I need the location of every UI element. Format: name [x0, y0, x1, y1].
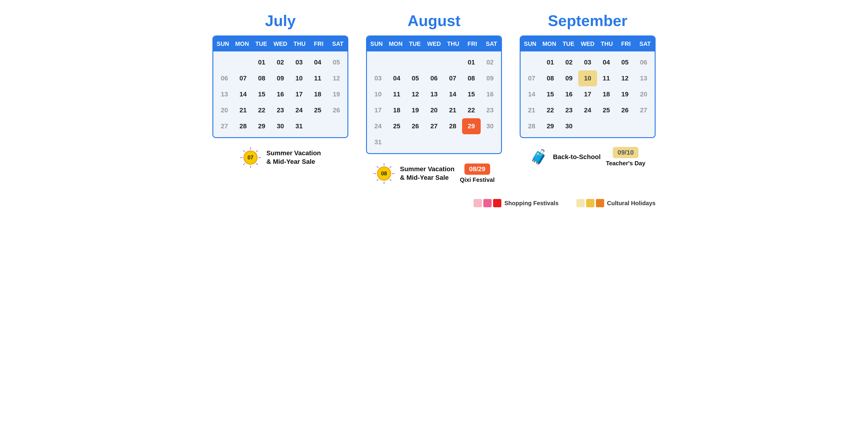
cal-cell[interactable]: 10	[290, 70, 308, 86]
cal-cell[interactable]: 02	[271, 54, 289, 70]
cal-cell[interactable]: 25	[597, 102, 616, 118]
cal-cell[interactable]: 19	[327, 86, 346, 102]
cal-cell[interactable]: 23	[271, 102, 289, 118]
cal-cell[interactable]: 09	[481, 70, 499, 86]
cal-cell[interactable]	[443, 134, 462, 150]
cal-cell[interactable]: 20	[634, 86, 653, 102]
cal-cell[interactable]: 08	[252, 70, 271, 86]
cal-cell[interactable]: 03	[369, 70, 387, 86]
cal-cell[interactable]: 20	[425, 102, 443, 118]
cal-cell[interactable]: 04	[308, 54, 327, 70]
cal-cell[interactable]	[308, 118, 327, 134]
cal-cell[interactable]: 30	[560, 118, 578, 134]
cal-cell[interactable]: 06	[634, 54, 653, 70]
cal-cell[interactable]	[425, 134, 443, 150]
cal-cell[interactable]: 10	[369, 86, 387, 102]
cal-cell[interactable]: 12	[406, 86, 425, 102]
cal-cell[interactable]: 22	[252, 102, 271, 118]
cal-cell[interactable]: 15	[462, 86, 481, 102]
cal-cell[interactable]: 24	[369, 118, 387, 134]
cal-cell[interactable]: 15	[541, 86, 560, 102]
cal-cell[interactable]: 02	[481, 54, 499, 70]
cal-cell[interactable]: 06	[215, 70, 234, 86]
cal-cell[interactable]: 01	[462, 54, 481, 70]
cal-cell[interactable]: 12	[327, 70, 346, 86]
cal-cell[interactable]: 13	[634, 70, 653, 86]
cal-cell[interactable]: 18	[597, 86, 616, 102]
cal-cell[interactable]: 12	[616, 70, 634, 86]
cal-cell[interactable]: 24	[578, 102, 597, 118]
cal-cell[interactable]: 19	[406, 102, 425, 118]
cal-cell[interactable]: 16	[271, 86, 289, 102]
cal-cell[interactable]: 05	[327, 54, 346, 70]
cal-cell[interactable]: 05	[616, 54, 634, 70]
cal-cell[interactable]	[578, 118, 597, 134]
cal-cell[interactable]: 04	[387, 70, 406, 86]
cal-cell[interactable]: 31	[290, 118, 308, 134]
cal-cell[interactable]: 07	[234, 70, 252, 86]
cal-cell[interactable]: 17	[369, 102, 387, 118]
cal-cell[interactable]: 26	[616, 102, 634, 118]
cal-cell[interactable]: 22	[462, 102, 481, 118]
cal-cell[interactable]: 28	[443, 118, 462, 134]
cal-cell[interactable]: 18	[308, 86, 327, 102]
cal-cell[interactable]: 22	[541, 102, 560, 118]
cal-cell[interactable]	[481, 134, 499, 150]
cal-cell[interactable]: 30	[271, 118, 289, 134]
cal-cell[interactable]	[462, 134, 481, 150]
cal-cell[interactable]	[327, 118, 346, 134]
cal-cell[interactable]: 21	[234, 102, 252, 118]
cal-cell[interactable]: 30	[481, 118, 499, 134]
cal-cell[interactable]: 03	[578, 54, 597, 70]
cal-cell[interactable]	[616, 118, 634, 134]
cal-cell[interactable]: 16	[481, 86, 499, 102]
cal-cell[interactable]	[215, 54, 234, 70]
cal-cell[interactable]: 11	[597, 70, 616, 86]
cal-cell[interactable]: 28	[522, 118, 541, 134]
cal-cell[interactable]: 13	[425, 86, 443, 102]
cal-cell[interactable]: 08	[541, 70, 560, 86]
cal-cell[interactable]: 29	[541, 118, 560, 134]
cal-cell[interactable]: 09	[271, 70, 289, 86]
cal-cell[interactable]: 18	[387, 102, 406, 118]
cal-cell[interactable]: 14	[522, 86, 541, 102]
cal-cell[interactable]: 17	[578, 86, 597, 102]
cal-cell[interactable]: 27	[215, 118, 234, 134]
cal-cell[interactable]: 26	[327, 102, 346, 118]
cal-cell[interactable]	[443, 54, 462, 70]
cal-cell[interactable]	[234, 54, 252, 70]
cal-cell[interactable]: 06	[425, 70, 443, 86]
cal-cell[interactable]: 17	[290, 86, 308, 102]
cal-cell[interactable]	[369, 54, 387, 70]
cal-cell[interactable]	[406, 54, 425, 70]
cal-cell[interactable]: 19	[616, 86, 634, 102]
cal-cell[interactable]: 02	[560, 54, 578, 70]
cal-cell[interactable]: 05	[406, 70, 425, 86]
cal-cell[interactable]: 15	[252, 86, 271, 102]
cal-cell[interactable]: 04	[597, 54, 616, 70]
cal-cell[interactable]: 08	[462, 70, 481, 86]
cal-cell[interactable]: 27	[425, 118, 443, 134]
cal-cell[interactable]: 26	[406, 118, 425, 134]
cal-cell[interactable]: 11	[387, 86, 406, 102]
cal-cell[interactable]: 01	[541, 54, 560, 70]
cal-cell[interactable]: 24	[290, 102, 308, 118]
cal-cell[interactable]	[634, 118, 653, 134]
cal-cell[interactable]	[522, 54, 541, 70]
cal-cell[interactable]: 03	[290, 54, 308, 70]
cal-cell[interactable]: 31	[369, 134, 387, 150]
cal-cell[interactable]: 14	[234, 86, 252, 102]
cal-cell[interactable]: 07	[522, 70, 541, 86]
cal-cell[interactable]	[425, 54, 443, 70]
cal-cell[interactable]: 14	[443, 86, 462, 102]
cal-cell[interactable]: 16	[560, 86, 578, 102]
cal-cell[interactable]	[597, 118, 616, 134]
cal-cell[interactable]: 20	[215, 102, 234, 118]
cal-cell[interactable]: 25	[387, 118, 406, 134]
cal-cell[interactable]: 11	[308, 70, 327, 86]
cal-cell[interactable]: 01	[252, 54, 271, 70]
cal-cell[interactable]: 07	[443, 70, 462, 86]
cal-cell[interactable]	[387, 134, 406, 150]
cal-cell[interactable]: 10	[578, 70, 597, 86]
cal-cell[interactable]: 21	[522, 102, 541, 118]
